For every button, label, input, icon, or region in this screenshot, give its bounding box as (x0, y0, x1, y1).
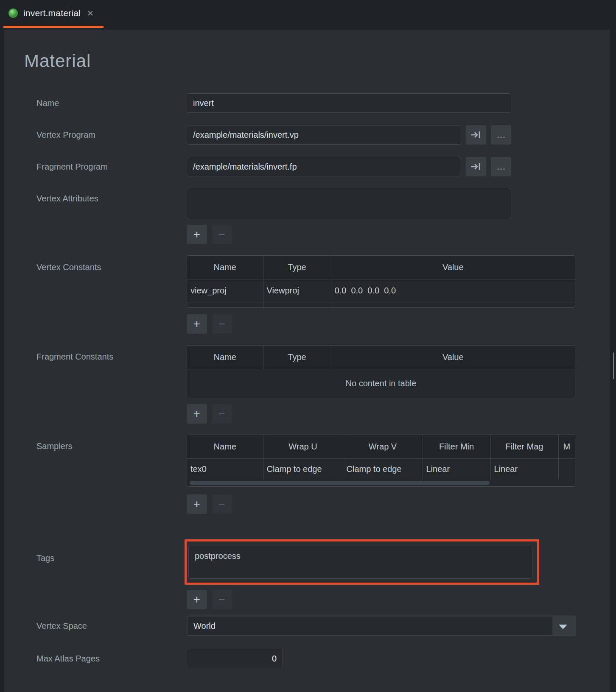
add-tag-button[interactable]: + (187, 590, 207, 609)
remove-sampler-button[interactable]: − (212, 494, 232, 514)
column-header-value: Value (331, 256, 575, 279)
max-atlas-pages-label: Max Atlas Pages (36, 653, 100, 664)
arrow-to-bar-icon (470, 130, 482, 140)
samplers-label: Samplers (36, 441, 72, 452)
arrow-to-bar-icon (470, 162, 482, 172)
tab-invert-material[interactable]: invert.material ✕ (3, 0, 104, 26)
column-header-wrap-v: Wrap V (343, 435, 423, 458)
add-fragment-constant-button[interactable]: + (187, 404, 207, 424)
tab-bar: invert.material ✕ (0, 0, 616, 30)
fragment-constants-label: Fragment Constants (36, 351, 113, 362)
vertex-space-value: World (188, 617, 552, 635)
vertex-program-input[interactable]: /example/materials/invert.vp (187, 125, 461, 145)
column-header-value: Value (331, 346, 575, 369)
cell-filter-mag[interactable]: Linear (490, 458, 558, 480)
tags-input[interactable]: postprocess (188, 546, 532, 579)
column-header-wrap-u: Wrap U (263, 435, 343, 458)
cell-wrap-u[interactable]: Clamp to edge (263, 458, 343, 480)
cell-filter-min[interactable]: Linear (423, 458, 490, 480)
cell-name[interactable]: tex0 (187, 458, 263, 480)
cell-value[interactable]: 0.0 0.0 0.0 0.0 (331, 279, 575, 302)
remove-vertex-attribute-button[interactable]: − (212, 225, 232, 244)
column-header-filter-mag: Filter Mag (490, 435, 558, 458)
cell-wrap-v[interactable]: Clamp to edge (343, 458, 423, 480)
max-atlas-pages-input[interactable]: 0 (187, 649, 283, 668)
cell-name[interactable]: view_proj (187, 279, 263, 302)
browse-button[interactable]: … (491, 157, 511, 176)
table-filler-row (187, 302, 575, 307)
vertex-attributes-label: Vertex Attributes (36, 193, 98, 204)
column-header-filter-min: Filter Min (423, 435, 490, 458)
table-row[interactable]: tex0 Clamp to edge Clamp to edge Linear … (187, 458, 575, 480)
column-header-type: Type (263, 256, 331, 279)
column-header-name: Name (187, 435, 263, 458)
close-icon[interactable]: ✕ (87, 9, 94, 17)
remove-vertex-constant-button[interactable]: − (212, 314, 232, 334)
vertex-constants-table: Name Type Value view_proj Viewproj 0.0 0… (187, 255, 575, 308)
cell-clipped[interactable] (558, 458, 575, 480)
empty-table-row: No content in table (187, 369, 575, 398)
vertex-space-label: Vertex Space (36, 620, 87, 631)
column-header-type: Type (263, 346, 331, 369)
samplers-table: Name Wrap U Wrap V Filter Min Filter Mag… (187, 435, 575, 487)
remove-tag-button[interactable]: − (212, 590, 232, 609)
name-label: Name (36, 98, 59, 109)
empty-table-message: No content in table (187, 369, 575, 398)
add-vertex-attribute-button[interactable]: + (187, 225, 207, 244)
column-header-name: Name (187, 256, 263, 279)
material-resource-icon (8, 8, 18, 18)
vertical-scrollbar-thumb[interactable] (613, 352, 614, 379)
vertex-attributes-list[interactable] (187, 188, 511, 219)
add-sampler-button[interactable]: + (187, 494, 207, 514)
fragment-constants-table: Name Type Value No content in table (187, 345, 575, 398)
column-header-name: Name (187, 346, 263, 369)
horizontal-scrollbar-thumb[interactable] (190, 481, 490, 485)
cell-type[interactable]: Viewproj (263, 279, 331, 302)
fragment-program-input[interactable]: /example/materials/invert.fp (187, 157, 461, 176)
column-header-clipped: M (558, 435, 575, 458)
open-resource-button[interactable] (466, 125, 486, 145)
remove-fragment-constant-button[interactable]: − (212, 404, 232, 424)
vertex-space-dropdown[interactable]: World (187, 616, 576, 636)
fragment-program-label: Fragment Program (36, 161, 108, 172)
tags-label: Tags (36, 552, 54, 564)
tab-title: invert.material (23, 8, 81, 18)
table-row[interactable]: view_proj Viewproj 0.0 0.0 0.0 0.0 (187, 279, 575, 302)
add-vertex-constant-button[interactable]: + (187, 314, 207, 334)
browse-button[interactable]: … (491, 125, 511, 145)
material-editor-window: invert.material ✕ Material Name invert V… (0, 0, 616, 692)
vertex-constants-label: Vertex Constants (36, 262, 101, 273)
open-resource-button[interactable] (466, 157, 486, 176)
vertex-program-label: Vertex Program (36, 129, 95, 140)
chevron-down-icon (559, 625, 567, 629)
name-input[interactable]: invert (187, 93, 511, 113)
active-tab-indicator (3, 26, 104, 28)
page-title: Material (24, 51, 91, 71)
